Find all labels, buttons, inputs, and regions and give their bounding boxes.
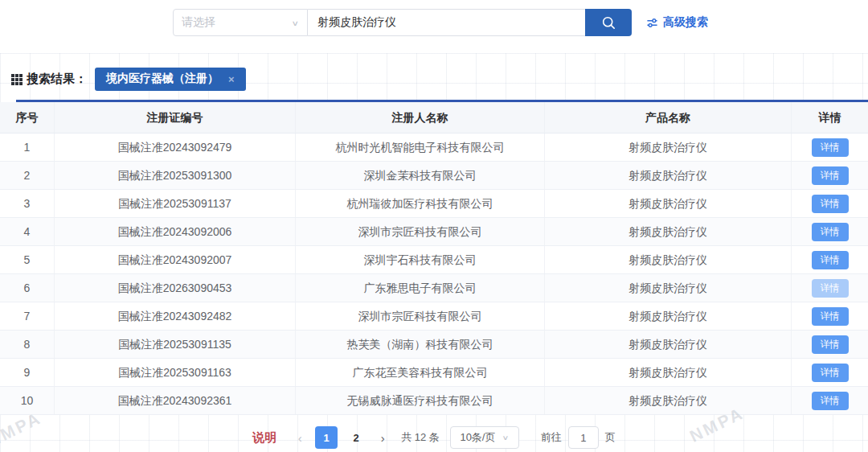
- table-row: 9 国械注准20253091163 广东花至美容科技有限公司 射频皮肤治疗仪 详…: [0, 359, 868, 387]
- registration-number: 国械注准20243092361: [55, 387, 296, 414]
- product-name: 射频皮肤治疗仪: [545, 274, 792, 302]
- page-size-value: 10条/页: [460, 430, 495, 445]
- table-row: 1 国械注准20243092479 杭州时光机智能电子科技有限公司 射频皮肤治疗…: [0, 134, 868, 162]
- table-row: 2 国械注准20253091300 深圳金茉科技有限公司 射频皮肤治疗仪 详情: [0, 162, 868, 190]
- next-page-icon[interactable]: ›: [375, 431, 391, 445]
- registration-number: 国械注准20253091300: [55, 162, 296, 189]
- detail-cell: 详情: [792, 307, 868, 326]
- table-header: 序号 注册证编号 注册人名称 产品名称 详情: [0, 102, 868, 134]
- filter-tag-label: 境内医疗器械（注册）: [106, 72, 219, 86]
- pagination-bar: 说明 ‹ 1 2 › 共 12 条 10条/页 ∨ 前往 页: [0, 426, 868, 449]
- search-input[interactable]: [308, 9, 585, 36]
- registrant-name: 热芙美（湖南）科技有限公司: [296, 331, 545, 358]
- detail-cell: 详情: [792, 251, 868, 269]
- results-table: 序号 注册证编号 注册人名称 产品名称 详情 1 国械注准20243092479…: [0, 102, 868, 415]
- row-index: 1: [0, 134, 55, 161]
- detail-button[interactable]: 详情: [812, 223, 849, 241]
- product-name: 射频皮肤治疗仪: [545, 387, 792, 414]
- detail-cell: 详情: [792, 335, 868, 354]
- registrant-name: 杭州时光机智能电子科技有限公司: [296, 134, 545, 161]
- goto-page-input[interactable]: [568, 426, 599, 449]
- product-name: 射频皮肤治疗仪: [545, 331, 792, 358]
- note-link[interactable]: 说明: [252, 430, 276, 446]
- device-search-page: 请选择 ∨ 高级搜索: [0, 0, 868, 452]
- search-bar: 请选择 ∨ 高级搜索: [173, 9, 708, 36]
- row-index: 10: [0, 387, 55, 414]
- row-index: 3: [0, 190, 55, 217]
- registration-number: 国械注准20243092006: [55, 218, 296, 245]
- detail-button[interactable]: 详情: [812, 392, 849, 410]
- page-size-select[interactable]: 10条/页 ∨: [450, 426, 519, 449]
- registrant-name: 杭州瑞彼加医疗科技有限公司: [296, 190, 545, 217]
- product-name: 射频皮肤治疗仪: [545, 218, 792, 245]
- product-name: 射频皮肤治疗仪: [545, 190, 792, 217]
- detail-button[interactable]: 详情: [812, 279, 849, 298]
- column-header-product: 产品名称: [545, 102, 792, 133]
- detail-button[interactable]: 详情: [812, 335, 849, 354]
- registrant-name: 深圳金茉科技有限公司: [296, 162, 545, 189]
- table-row: 10 国械注准20243092361 无锡威脉通医疗科技有限公司 射频皮肤治疗仪…: [0, 387, 868, 415]
- detail-button[interactable]: 详情: [812, 251, 849, 269]
- detail-button[interactable]: 详情: [812, 307, 849, 326]
- goto-prefix: 前往: [541, 430, 562, 445]
- goto-page-group: 前往 页: [541, 426, 616, 449]
- registrant-name: 深圳市宗匠科技有限公司: [296, 218, 545, 245]
- detail-cell: 详情: [792, 166, 868, 185]
- advanced-search-link[interactable]: 高级搜索: [646, 15, 708, 30]
- detail-button[interactable]: 详情: [812, 364, 849, 382]
- row-index: 7: [0, 302, 55, 330]
- filter-sliders-icon: [646, 17, 658, 29]
- detail-cell: 详情: [792, 364, 868, 382]
- registrant-name: 无锡威脉通医疗科技有限公司: [296, 387, 545, 414]
- registration-number: 国械注准20253091135: [55, 331, 296, 358]
- row-index: 9: [0, 359, 55, 386]
- registration-number: 国械注准20263090453: [55, 274, 296, 302]
- category-select[interactable]: 请选择 ∨: [173, 9, 308, 36]
- column-header-detail: 详情: [792, 102, 868, 133]
- detail-button[interactable]: 详情: [812, 195, 849, 213]
- table-row: 4 国械注准20243092006 深圳市宗匠科技有限公司 射频皮肤治疗仪 详情: [0, 218, 868, 246]
- column-header-registrant: 注册人名称: [296, 102, 545, 133]
- search-icon: [600, 14, 617, 31]
- registrant-name: 深圳市宗匠科技有限公司: [296, 302, 545, 330]
- goto-suffix: 页: [605, 430, 616, 445]
- total-count: 共 12 条: [401, 430, 440, 445]
- registration-number: 国械注准20243092007: [55, 246, 296, 273]
- page-button-2[interactable]: 2: [345, 426, 367, 449]
- registration-number: 国械注准20253091137: [55, 190, 296, 217]
- search-button[interactable]: [585, 9, 632, 36]
- filter-tag-domestic-registered[interactable]: 境内医疗器械（注册） ×: [95, 68, 246, 91]
- detail-button[interactable]: 详情: [812, 138, 849, 157]
- product-name: 射频皮肤治疗仪: [545, 246, 792, 273]
- table-row: 8 国械注准20253091135 热芙美（湖南）科技有限公司 射频皮肤治疗仪 …: [0, 331, 868, 359]
- registration-number: 国械注准20253091163: [55, 359, 296, 386]
- product-name: 射频皮肤治疗仪: [545, 359, 792, 386]
- detail-cell: 详情: [792, 392, 868, 410]
- results-label: 搜索结果：: [27, 72, 87, 87]
- table-body: 1 国械注准20243092479 杭州时光机智能电子科技有限公司 射频皮肤治疗…: [0, 134, 868, 415]
- table-row: 5 国械注准20243092007 深圳宇石科技有限公司 射频皮肤治疗仪 详情: [0, 246, 868, 274]
- category-select-placeholder: 请选择: [182, 15, 215, 30]
- product-name: 射频皮肤治疗仪: [545, 302, 792, 330]
- column-header-reg-no: 注册证编号: [55, 102, 296, 133]
- row-index: 6: [0, 274, 55, 302]
- registration-number: 国械注准20243092479: [55, 134, 296, 161]
- row-index: 2: [0, 162, 55, 189]
- row-index: 8: [0, 331, 55, 358]
- chevron-down-icon: ∨: [502, 434, 509, 442]
- detail-cell: 详情: [792, 195, 868, 213]
- row-index: 4: [0, 218, 55, 245]
- detail-cell: 详情: [792, 223, 868, 241]
- registrant-name: 广东雅思电子有限公司: [296, 274, 545, 302]
- table-row: 6 国械注准20263090453 广东雅思电子有限公司 射频皮肤治疗仪 详情: [0, 274, 868, 302]
- close-icon[interactable]: ×: [228, 74, 235, 84]
- prev-page-icon[interactable]: ‹: [292, 431, 308, 445]
- detail-cell: 详情: [792, 138, 868, 157]
- product-name: 射频皮肤治疗仪: [545, 134, 792, 161]
- grid-icon: [11, 74, 23, 85]
- column-header-index: 序号: [0, 102, 55, 133]
- page-button-1[interactable]: 1: [315, 426, 338, 449]
- detail-button[interactable]: 详情: [812, 166, 849, 185]
- chevron-down-icon: ∨: [291, 18, 299, 27]
- results-header: 搜索结果： 境内医疗器械（注册） ×: [11, 68, 246, 91]
